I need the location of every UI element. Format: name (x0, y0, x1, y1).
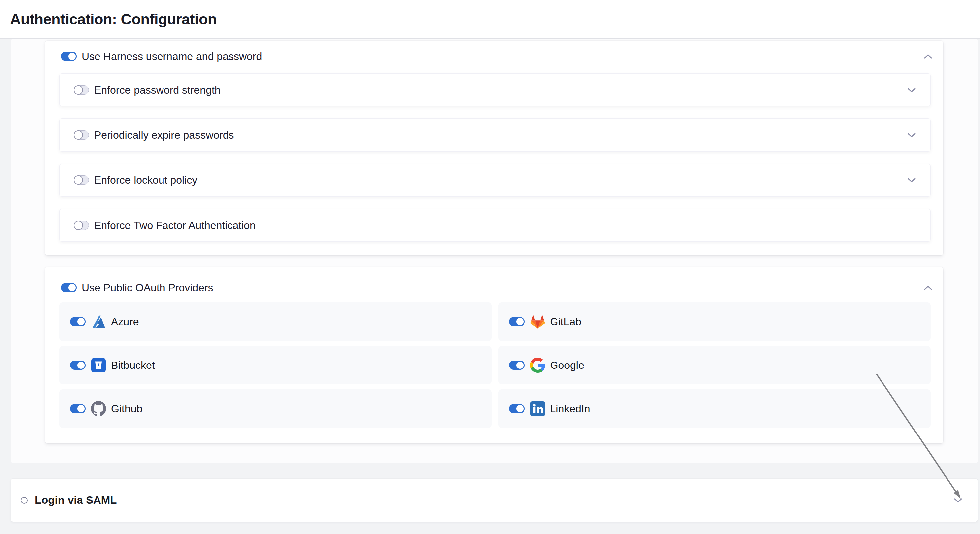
page-header: Authentication: Configuration (0, 0, 980, 39)
chevron-down-icon[interactable] (907, 87, 916, 92)
google-icon (530, 357, 546, 373)
provider-name: LinkedIn (550, 403, 590, 415)
provider-tile-linkedin: LinkedIn (498, 389, 931, 428)
gitlab-toggle[interactable] (509, 317, 524, 326)
bitbucket-icon (91, 357, 107, 373)
password-options-list: Enforce password strength Periodically e… (59, 73, 931, 242)
azure-icon (91, 314, 107, 330)
two-factor-auth-row[interactable]: Enforce Two Factor Authentication (59, 209, 931, 242)
oauth-provider-grid: Azure G (59, 302, 931, 428)
username-password-label: Use Harness username and password (81, 51, 262, 63)
oauth-section: Use Public OAuth Providers Azure (45, 267, 943, 443)
username-password-section: Use Harness username and password Enforc… (45, 41, 943, 255)
linkedin-icon (530, 400, 546, 416)
gitlab-icon (530, 314, 546, 330)
google-toggle[interactable] (509, 361, 524, 370)
chevron-down-icon[interactable] (907, 178, 916, 183)
provider-tile-github: Github (59, 389, 492, 428)
option-label: Enforce Two Factor Authentication (94, 219, 256, 232)
username-password-toggle[interactable] (61, 52, 76, 61)
provider-name: Google (550, 359, 584, 372)
expand-saml-icon[interactable] (954, 498, 963, 503)
provider-name: Azure (111, 316, 139, 328)
collapse-section-icon[interactable] (924, 285, 932, 290)
lockout-policy-row[interactable]: Enforce lockout policy (59, 164, 931, 197)
enforce-password-strength-toggle[interactable] (74, 85, 89, 95)
option-label: Enforce password strength (94, 84, 221, 96)
linkedin-toggle[interactable] (509, 404, 524, 413)
saml-label: Login via SAML (35, 494, 117, 507)
provider-name: Github (111, 403, 142, 415)
option-label: Enforce lockout policy (94, 174, 197, 186)
bitbucket-toggle[interactable] (70, 361, 85, 370)
provider-name: Bitbucket (111, 359, 155, 372)
page-title: Authentication: Configuration (10, 11, 216, 28)
enforce-password-strength-row[interactable]: Enforce password strength (59, 73, 931, 106)
saml-radio[interactable] (21, 497, 27, 504)
provider-tile-azure: Azure (59, 302, 492, 341)
provider-tile-google: Google (498, 346, 931, 385)
provider-tile-bitbucket: Bitbucket (59, 346, 492, 385)
option-label: Periodically expire passwords (94, 129, 234, 141)
chevron-down-icon[interactable] (907, 133, 916, 138)
lockout-policy-toggle[interactable] (74, 175, 89, 185)
expire-passwords-toggle[interactable] (74, 130, 89, 140)
oauth-toggle[interactable] (61, 283, 76, 292)
authentication-configuration-page: Authentication: Configuration Use Harnes… (0, 0, 980, 534)
username-password-header: Use Harness username and password (61, 52, 932, 61)
expire-passwords-row[interactable]: Periodically expire passwords (59, 118, 931, 152)
provider-tile-gitlab: GitLab (498, 302, 931, 341)
two-factor-auth-toggle[interactable] (74, 221, 89, 230)
provider-name: GitLab (550, 316, 581, 328)
azure-toggle[interactable] (70, 317, 85, 326)
oauth-label: Use Public OAuth Providers (81, 281, 213, 294)
github-icon (91, 400, 107, 416)
collapse-section-icon[interactable] (924, 54, 932, 59)
oauth-header: Use Public OAuth Providers (61, 283, 932, 292)
saml-section: Login via SAML (11, 478, 978, 522)
github-toggle[interactable] (70, 404, 85, 413)
auth-settings-panel: Use Harness username and password Enforc… (11, 40, 978, 463)
